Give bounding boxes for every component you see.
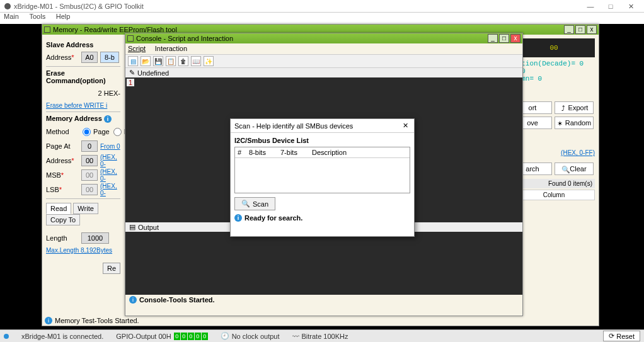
clear-icon: 🔍 [561,166,568,172]
length-input[interactable] [81,232,109,244]
maximize-button[interactable]: □ [601,1,620,12]
gpio-bit[interactable]: 0 [188,333,194,340]
output-label: Output [138,224,159,231]
wave-icon: 〰 [292,333,299,340]
tab-script[interactable]: Script [128,45,146,52]
console-status-text: Console-Tools Started. [139,296,215,304]
reset-label: Reset [616,333,635,340]
memory-status-text: Memory Test-Tools Started. [55,317,139,324]
slave-address-input[interactable] [81,52,98,63]
app-titlebar[interactable]: xBridge-M01 - Smbus(I2C) & GPIO Toolkit … [0,0,644,13]
length-label: Length [46,234,79,242]
mem-lumn-line: lumn= 0 [513,75,595,83]
mem-minimize-button[interactable]: _ [564,25,574,34]
mdi-stage: Memory - Read/write EEProm/Flash tool _ … [0,24,644,329]
method-page-radio[interactable] [83,128,91,136]
copy-icon[interactable]: 📋 [166,56,176,66]
close-button[interactable]: ✕ [621,1,640,12]
menu-help[interactable]: Help [56,13,71,20]
console-maximize-button[interactable]: □ [499,34,509,43]
memory-address-label: Memory Address [46,115,102,122]
export-button[interactable]: ⤴Export [555,101,594,114]
scan-dialog: Scan - Help identify all SMBus devices ✕… [230,118,415,237]
method-label: Method [46,128,79,135]
console-window-icon [127,35,134,42]
col-7bits: 7-bits [280,149,312,156]
page-at-label: Page At [46,142,79,150]
tab-copy-to[interactable]: Copy To [46,214,80,225]
from0-link[interactable]: From 0 [100,143,120,150]
msb-label: MSB [46,171,79,179]
tab-read[interactable]: Read [46,203,71,214]
mem-maximize-button[interactable]: □ [575,25,585,34]
gpio-bit[interactable]: 0 [195,333,201,340]
delete-icon[interactable]: 🗑 [178,56,188,66]
mem-w0-line: = 0 [513,67,595,75]
address-label: Address [46,54,79,61]
page-at-input[interactable] [81,140,98,152]
wand-icon[interactable]: ✨ [204,56,214,66]
memory-window-icon [44,26,50,33]
max-length-link[interactable]: Max.Length 8,192Bytes [46,247,112,254]
reset-icon: ⟳ [609,332,614,340]
re-button[interactable]: Re [103,263,120,274]
app-icon [4,3,11,10]
msb-input [81,169,98,181]
tab-interaction[interactable]: Interaction [155,45,187,52]
scan-subtitle: I2C/Smbus Device List [234,137,410,144]
random-button[interactable]: ✶Random [555,117,594,129]
scan-table-header: # 8-bits 7-bits Description [235,147,410,158]
status-led [4,334,9,339]
console-window-titlebar[interactable]: Console - Script and Interaction _ □ x [125,33,522,43]
column-header: Column [513,190,595,200]
gpio-bit[interactable]: 0 [174,333,180,340]
bits-select-button[interactable]: 8-b [100,52,119,63]
code-tab[interactable]: ✎ Undefined [125,68,522,77]
col-num: # [238,149,249,156]
info-icon-status: i [45,317,52,324]
memory-right-panel: 00 cation(Decade)= 0 = 0 lumn= 0 ort ⤴Ex… [513,38,595,200]
lsb-input [81,184,98,195]
menubar: Main Tools Help [0,13,644,24]
scan-close-button[interactable]: ✕ [400,121,410,131]
erase-hex-label: 2 HEX- [98,89,120,97]
gpio-bit[interactable]: 0 [181,333,187,340]
new-icon[interactable]: ▤ [128,56,138,66]
tab-write[interactable]: Write [73,203,98,214]
menu-main[interactable]: Main [4,13,19,20]
reset-button[interactable]: ⟳ Reset [603,331,640,341]
clear-button[interactable]: 🔍Clear [555,162,594,175]
statusbar: xBridge-M01 is connected. GPIO-Output 00… [0,329,644,342]
console-minimize-button[interactable]: _ [488,34,498,43]
lsb-label: LSB [46,186,79,193]
scan-dialog-titlebar[interactable]: Scan - Help identify all SMBus devices ✕ [231,119,414,133]
memory-display: 00 [513,38,595,57]
method-dir-radio[interactable] [113,128,122,136]
erase-before-write-link[interactable]: Erase before WRITE i [46,102,107,109]
save-icon[interactable]: 💾 [153,56,163,66]
clock-icon: 🕘 [221,332,229,340]
slave-address-label: Slave Address [46,41,120,48]
menu-tools[interactable]: Tools [29,13,45,20]
lsb-hex-note: (HEX, 0- [100,183,120,197]
bitrate-label: Bitrate 100KHz [302,333,348,340]
info-icon-console: i [129,296,137,304]
console-close-button[interactable]: x [510,34,520,43]
col-description: Description [312,149,347,156]
random-icon: ✶ [557,120,563,126]
book-icon[interactable]: 📖 [191,56,201,66]
minimize-button[interactable]: — [581,1,600,12]
mem-close-button[interactable]: x [587,25,597,34]
clock-label: No clock output [232,333,280,340]
scan-status: i Ready for search. [234,214,410,222]
line-number: 1 [127,79,134,86]
addr-input[interactable] [81,155,98,166]
gpio-output-label: GPIO-Output 00H [116,333,171,340]
scan-dialog-title: Scan - Help identify all SMBus devices [234,122,353,130]
erase-command-label: Erase Command(option) [46,69,120,84]
scan-button[interactable]: 🔍 Scan [234,197,275,210]
gpio-bit[interactable]: 0 [202,333,208,340]
open-icon[interactable]: 📂 [141,56,151,66]
app-title: xBridge-M01 - Smbus(I2C) & GPIO Toolkit [14,3,581,10]
info-icon[interactable]: i [104,115,112,123]
